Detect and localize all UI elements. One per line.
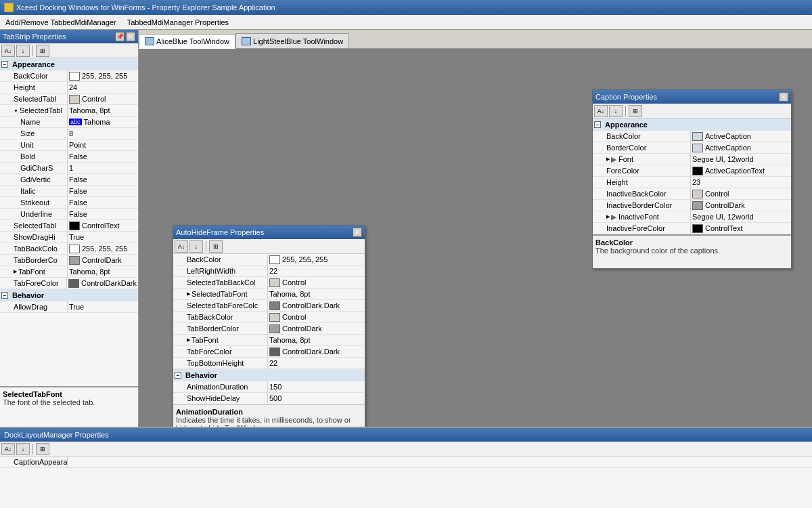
cap-forecolor-name: ForeColor [593,165,691,176]
sort-alpha-btn[interactable]: A↓ [1,45,15,57]
cap-font: ▶Font Segoe UI, 12world [593,154,791,165]
cap-inactivebordercolor: InactiveBorderColor ControlDark [593,200,791,211]
tab-lightsteelblue[interactable]: LightSteelBlue ToolWindow [235,33,349,48]
prop-backcolor-value: 255, 255, 255 [68,72,138,81]
ah-leftrightwidth: LeftRightWidth 22 [173,266,365,277]
ah-tabfont-value: Tahoma, 8pt [268,336,365,344]
prop-bold: Bold False [0,151,138,163]
ah-backcolor-value: 255, 255, 255 [268,255,365,264]
cap-forecolor-swatch [692,167,703,175]
ah-tabbordercolor: TabBorderColor ControlDark [173,323,365,335]
cap-bordercolor: BorderColor ActiveCaption [593,142,791,154]
prop-allowdrag-name: AllowDrag [0,301,68,312]
prop-tabborderco-value: ControlDark [68,256,138,265]
cap-inactivebackcolor-name: InactiveBackColor [593,188,691,199]
prop-tabborderco: TabBorderCo ControlDark [0,255,138,266]
pin-button[interactable]: 📌 [115,32,125,41]
menu-add-remove[interactable]: Add/Remove TabbedMdiManager [3,18,119,27]
dock-sort-alpha[interactable]: A↓ [1,443,15,455]
autohide-close[interactable]: ✕ [353,228,362,237]
ah-tabbordercolor-value: ControlDark [268,324,365,333]
autohide-sort-alpha[interactable]: A↓ [175,240,188,253]
ah-topbottomheight-name: TopBottomHeight [173,358,268,368]
ah-animduration-name: AnimationDuration [173,381,268,392]
caption-sort-cat[interactable]: ↓ [609,105,623,117]
prop-selected-tabl-fore-name: SelectedTabl [0,220,68,231]
dock-sort-cat[interactable]: ↓ [16,443,30,455]
caption-pages[interactable]: ⊞ [629,105,642,117]
cap-forecolor-value: ActiveCaptionText [691,167,791,175]
behavior-toggle[interactable]: − [1,292,8,299]
autohide-toolbar: A↓ ↓ ⊞ [173,239,365,254]
ah-behavior-section[interactable]: − Behavior [173,369,365,381]
prop-underline-name: Underline [0,209,68,219]
appearance-section[interactable]: − Appearance [0,58,138,70]
caption-appearance-label: Appearance [605,121,648,129]
cap-bordercolor-name: BorderColor [593,142,691,153]
prop-strikeout-value: False [68,198,138,207]
top-area: TabStrip Properties 📌 ✕ A↓ ↓ ⊞ − Appeara… [0,30,812,427]
cap-height-name: Height [593,177,691,188]
ah-behavior-toggle[interactable]: − [175,372,181,379]
autohide-sort-cat[interactable]: ↓ [189,240,203,253]
left-toolbar: A↓ ↓ ⊞ [0,43,138,58]
cap-bottom-title: BackColor [595,238,788,247]
prop-strikeout-name: Strikeout [0,197,68,208]
dock-prop-grid: CaptionAppearance [0,457,812,508]
ah-showhidedelay-value: 500 [268,394,365,402]
ah-selectedtabfont-value: Tahoma, 8pt [268,290,365,298]
ah-animduration-value: 150 [268,383,365,391]
autohide-props: BackColor 255, 255, 255 LeftRightWidth 2… [173,254,365,404]
backcolor-text: 255, 255, 255 [82,72,127,80]
prop-height-name: Height [0,82,68,93]
dock-title: DockLayoutManager Properties [4,431,109,439]
ah-tabbordercolor-swatch [269,324,280,333]
prop-selected-tabi-name: SelectedTabI [0,93,68,104]
cap-height-value: 23 [691,178,791,186]
pages-btn[interactable]: ⊞ [36,45,49,57]
prop-tabfont: TabFont Tahoma, 8pt [0,266,138,278]
caption-appearance-section[interactable]: − Appearance [593,119,791,131]
cap-inactivebordercolor-name: InactiveBorderColor [593,200,691,211]
prop-size-value: 8 [68,129,138,137]
prop-gdichars-value: 1 [68,164,138,172]
cap-inactiveforecolor: InactiveForeColor ControlText [593,223,791,234]
left-prop-grid: − Appearance BackColor 255, 255, 255 Hei… [0,58,138,386]
toolbar-sep [32,45,33,56]
menu-tabbed-mdi[interactable]: TabbedMdiManager Properties [125,18,231,27]
close-panel-button[interactable]: ✕ [126,32,135,41]
ah-selectedtabfore-swatch [269,301,280,310]
prop-unit-name: Unit [0,140,68,150]
cap-inactivefont-value: Segoe UI, 12world [691,213,791,221]
prop-tabforecolor-name: TabForeColor [0,278,67,289]
cap-font-chevron: ▶ [611,155,616,164]
cap-inactiveforecolor-swatch [692,224,703,233]
autohide-pages[interactable]: ⊞ [209,240,223,253]
autohide-panel-header: AutoHideFrame Properties ✕ [173,226,365,239]
ah-tabforecolor: TabForeColor ControlDark.Dark [173,346,365,358]
caption-appearance-toggle[interactable]: − [594,121,601,128]
ah-animduration: AnimationDuration 150 [173,381,365,393]
prop-showdraghi-value: True [68,233,138,241]
prop-selected-tabfont: SelectedTabl Tahoma, 8pt [0,105,138,117]
title-bar: Xceed Docking Windows for WinForms - Pro… [0,0,812,15]
appearance-toggle[interactable]: − [1,61,8,68]
dock-pages[interactable]: ⊞ [36,443,49,455]
cap-bordercolor-swatch [692,144,703,152]
cap-bottom: BackColor The background color of the ca… [593,234,791,268]
prop-height: Height 24 [0,82,138,93]
prop-gdichars-name: GdiCharS [0,163,68,173]
behavior-section[interactable]: − Behavior [0,289,138,301]
dock-header: DockLayoutManager Properties [0,428,812,442]
caption-close[interactable]: ✕ [779,92,788,102]
caption-sort-alpha[interactable]: A↓ [594,105,608,117]
ah-showhidedelay-name: ShowHideDelay [173,393,268,404]
prop-gdiverstic: GdiVertic False [0,174,138,186]
prop-tabfont-value: Tahoma, 8pt [68,268,138,276]
tab-aliceblue[interactable]: AliceBlue ToolWindow [139,34,235,49]
prop-size: Size 8 [0,128,138,140]
sort-cat-btn[interactable]: ↓ [16,45,30,57]
prop-gdiverstic-value: False [68,175,138,184]
ah-tabbordercolor-name: TabBorderColor [173,323,268,334]
dock-caption-appearance: CaptionAppearance [0,457,812,468]
